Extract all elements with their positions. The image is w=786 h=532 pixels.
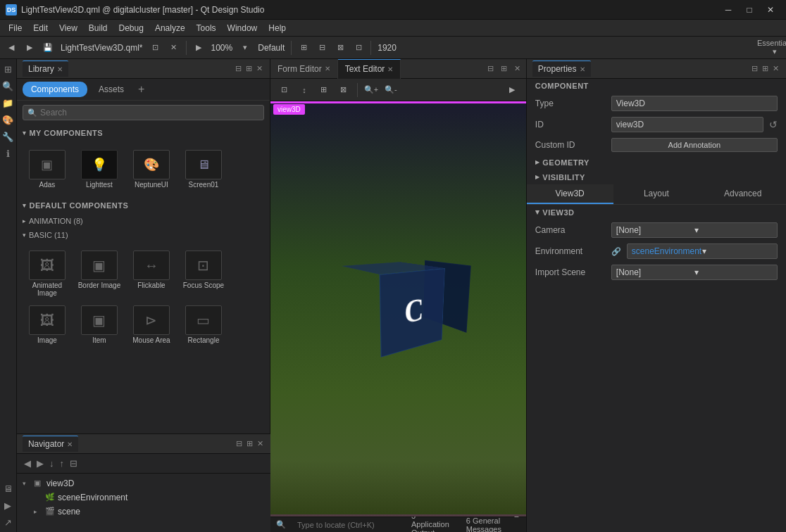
editor-ctrl-1[interactable]: ⊟ (485, 64, 497, 73)
component-focus-scope[interactable]: ⊡ Focus Scope (179, 248, 228, 300)
nav-down[interactable]: ↓ (48, 457, 56, 470)
props-float-btn[interactable]: ⊟ (750, 63, 759, 75)
import-scene-select[interactable]: [None] ▾ (611, 265, 778, 280)
back-button[interactable]: ◀ (3, 39, 20, 56)
visibility-section-header[interactable]: ▸ VISIBILITY (527, 170, 786, 184)
nav-back[interactable]: ◀ (23, 457, 32, 470)
layout-btn-4[interactable]: ⊡ (350, 39, 367, 56)
nav-filter[interactable]: ⊟ (68, 457, 79, 470)
tree-item-scene[interactable]: ▸ 🎬 scene (17, 505, 270, 519)
layout-btn-1[interactable]: ⊞ (295, 39, 312, 56)
panel-split-btn[interactable]: ⊞ (244, 63, 254, 75)
iconbar-share[interactable]: ↗ (1, 515, 15, 529)
iconbar-color[interactable]: 🎨 (1, 113, 15, 127)
maximize-button[interactable]: □ (740, 3, 759, 17)
menu-view[interactable]: View (54, 22, 83, 34)
default-components-header[interactable]: ▾ DEFAULT COMPONENTS (17, 197, 270, 214)
menu-window[interactable]: Window (222, 22, 263, 34)
navigator-tab-close[interactable]: ✕ (67, 441, 73, 448)
menu-file[interactable]: File (3, 22, 27, 34)
layout-btn-2[interactable]: ⊟ (313, 39, 330, 56)
component-adas[interactable]: ▣ Adas (23, 147, 72, 191)
iconbar-search[interactable]: 🔍 (1, 79, 15, 93)
prop-tab-view3d[interactable]: View3D (527, 184, 613, 204)
tab-text-editor[interactable]: Text Editor ✕ (338, 59, 401, 79)
environment-select[interactable]: sceneEnvironment ▾ (627, 243, 778, 259)
view3d-section-header[interactable]: ▾ VIEW3D (527, 205, 786, 220)
canvas-tool-1[interactable]: ⊡ (276, 82, 293, 99)
search-input[interactable] (40, 108, 259, 118)
component-animated-image[interactable]: 🖼 Animated Image (23, 248, 72, 300)
iconbar-tools[interactable]: 🔧 (1, 129, 15, 144)
menu-edit[interactable]: Edit (27, 22, 54, 34)
nav-close-btn[interactable]: ✕ (256, 438, 265, 450)
component-screen01[interactable]: 🖥 Screen01 (179, 147, 228, 191)
tab-components[interactable]: Components (23, 82, 87, 97)
component-mouse-area[interactable]: ⊳ Mouse Area (127, 303, 176, 347)
text-editor-close[interactable]: ✕ (387, 65, 393, 73)
iconbar-components[interactable]: ⊞ (1, 62, 15, 76)
iconbar-play-bottom[interactable]: ▶ (1, 498, 15, 512)
component-flickable[interactable]: ↔ Flickable (127, 248, 176, 300)
close-tab-button[interactable]: ✕ (166, 39, 182, 56)
iconbar-screen[interactable]: 🖥 (1, 481, 15, 495)
add-tab-btn[interactable]: + (138, 83, 144, 96)
component-lighttest[interactable]: 💡 Lighttest (75, 147, 124, 191)
my-components-header[interactable]: ▾ MY COMPONENTS (17, 125, 270, 141)
library-tab[interactable]: Library ✕ (23, 61, 68, 77)
canvas-tool-2[interactable]: ↕ (296, 82, 313, 99)
prop-tab-advanced[interactable]: Advanced (699, 184, 786, 204)
environment-link-icon[interactable]: 🔗 (611, 247, 621, 256)
component-neptuneui[interactable]: 🎨 NeptuneUI (127, 147, 176, 191)
prop-tab-layout[interactable]: Layout (613, 184, 700, 204)
editor-ctrl-3[interactable]: ✕ (511, 64, 523, 73)
minimize-button[interactable]: ─ (718, 3, 738, 17)
nav-float-btn[interactable]: ⊟ (235, 438, 244, 450)
essentials-dropdown[interactable]: Essentials ▾ (766, 39, 783, 56)
menu-tools[interactable]: Tools (191, 22, 222, 34)
id-input[interactable] (611, 117, 763, 132)
component-item[interactable]: ▣ Item (75, 303, 124, 347)
canvas-zoom-in[interactable]: 🔍+ (363, 82, 380, 99)
component-rectangle[interactable]: ▭ Rectangle (179, 303, 228, 347)
tree-item-scene-environment[interactable]: 🌿 sceneEnvironment (17, 490, 270, 505)
save-button[interactable]: 💾 (39, 39, 56, 56)
zoom-dropdown[interactable]: ▾ (237, 39, 254, 56)
properties-tab-close[interactable]: ✕ (580, 65, 585, 73)
close-button[interactable]: ✕ (761, 3, 780, 17)
canvas-tool-3[interactable]: ⊞ (316, 82, 332, 99)
split-button[interactable]: ⊡ (147, 39, 164, 56)
nav-up[interactable]: ↑ (58, 457, 66, 470)
props-split-btn[interactable]: ⊞ (761, 63, 770, 75)
play-button[interactable]: ▶ (190, 39, 207, 56)
properties-tab[interactable]: Properties ✕ (532, 61, 591, 77)
tree-item-view3d[interactable]: ▾ ▣ view3D (17, 476, 270, 490)
canvas-tool-4[interactable]: ⊠ (335, 82, 352, 99)
component-border-image[interactable]: ▣ Border Image (75, 248, 124, 300)
animation-header[interactable]: ▸ ANIMATION (8) (17, 214, 270, 228)
nav-forward[interactable]: ▶ (35, 457, 45, 470)
panel-float-btn[interactable]: ⊟ (234, 63, 243, 75)
tab-assets[interactable]: Assets (90, 82, 132, 97)
nav-split-btn[interactable]: ⊞ (245, 438, 254, 450)
camera-select[interactable]: [None] ▾ (611, 222, 778, 238)
library-tab-close[interactable]: ✕ (57, 65, 63, 73)
locate-input[interactable] (297, 521, 394, 529)
iconbar-info[interactable]: ℹ (1, 146, 15, 160)
component-image[interactable]: 🖼 Image (23, 303, 72, 347)
forward-button[interactable]: ▶ (21, 39, 38, 56)
layout-btn-3[interactable]: ⊠ (332, 39, 349, 56)
tab-form-editor[interactable]: Form Editor ✕ (270, 59, 338, 79)
props-close-btn[interactable]: ✕ (771, 63, 780, 75)
menu-help[interactable]: Help (263, 22, 292, 34)
form-editor-close[interactable]: ✕ (325, 65, 330, 72)
menu-debug[interactable]: Debug (113, 22, 149, 34)
component-section-header[interactable]: COMPONENT (527, 79, 786, 93)
geometry-section-header[interactable]: ▸ GEOMETRY (527, 155, 786, 170)
canvas-zoom-out[interactable]: 🔍- (382, 82, 399, 99)
navigator-tab[interactable]: Navigator ✕ (23, 436, 78, 452)
basic-header[interactable]: ▾ BASIC (11) (17, 228, 270, 242)
canvas-expand-btn[interactable]: ▶ (504, 82, 520, 99)
menu-analyze[interactable]: Analyze (149, 22, 191, 34)
editor-ctrl-2[interactable]: ⊞ (498, 64, 510, 73)
